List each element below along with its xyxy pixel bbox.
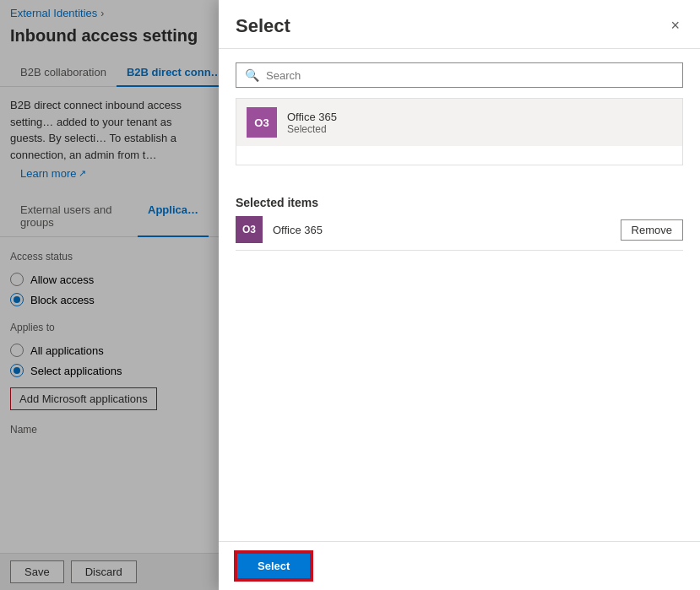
- modal-body: 🔍 O3 Office 365 Selected Selected items …: [219, 49, 700, 541]
- search-icon: 🔍: [245, 68, 259, 82]
- app-icon-office365: O3: [247, 107, 277, 138]
- modal-close-button[interactable]: ×: [667, 14, 683, 38]
- app-list: O3 Office 365 Selected: [236, 98, 683, 165]
- remove-button[interactable]: Remove: [621, 219, 683, 241]
- modal-select-button[interactable]: Select: [236, 552, 312, 580]
- selected-app-name: Office 365: [273, 224, 610, 236]
- select-modal: Select × 🔍 O3 Office 365 Selected Select…: [219, 0, 700, 590]
- search-box[interactable]: 🔍: [236, 62, 683, 88]
- selected-app-icon: O3: [236, 216, 263, 243]
- app-name: Office 365: [287, 111, 337, 123]
- app-info: Office 365 Selected: [287, 111, 337, 135]
- modal-header: Select ×: [219, 0, 700, 49]
- selected-items-label: Selected items: [236, 189, 683, 209]
- modal-title: Select: [236, 15, 290, 37]
- search-input[interactable]: [266, 69, 674, 82]
- list-item[interactable]: O3 Office 365 Selected: [236, 99, 682, 146]
- modal-footer: Select: [219, 541, 700, 590]
- app-status: Selected: [287, 123, 337, 135]
- selected-item-row: O3 Office 365 Remove: [236, 209, 683, 251]
